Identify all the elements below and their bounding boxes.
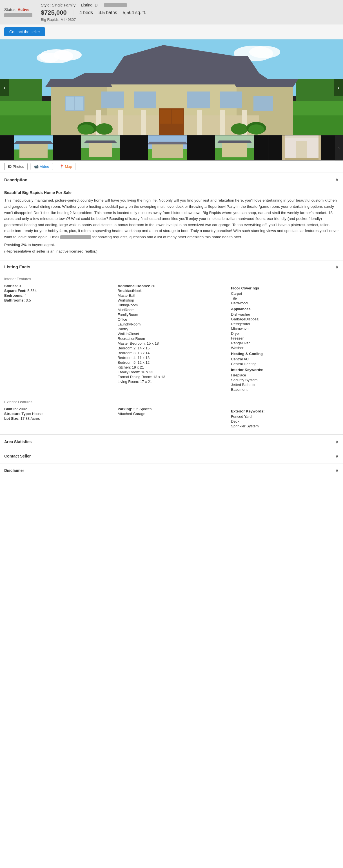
contact-seller-section[interactable]: Contact Seller ∨ bbox=[0, 449, 343, 463]
parking: Parking: 2.5 Spaces bbox=[118, 407, 225, 411]
svg-marker-16 bbox=[113, 56, 259, 73]
room-item: Bedroom 3: 13 x 14 bbox=[118, 351, 225, 355]
additional-rooms: Additional Rooms: 20 bbox=[118, 284, 225, 288]
description-header[interactable]: Description ∧ bbox=[0, 173, 343, 186]
room-item: Family Room: 18 x 22 bbox=[118, 370, 225, 374]
tab-video-label: Video bbox=[40, 164, 49, 168]
thumbnail-2[interactable] bbox=[67, 135, 134, 160]
svg-rect-32 bbox=[74, 97, 83, 111]
interior-col3: Floor Coverings CarpetTileHardwood Appli… bbox=[231, 284, 339, 392]
interior-col1: Stories: 3 Square Feet: 5,564 Bedrooms: … bbox=[4, 284, 112, 392]
exterior-col3: Exterior Keywords: Fenced YardDeckSprink… bbox=[231, 407, 339, 429]
status-value: Active bbox=[18, 7, 29, 12]
structure-type: Structure Type: House bbox=[4, 412, 112, 416]
svg-rect-37 bbox=[253, 96, 273, 111]
contact-seller-chevron: ∨ bbox=[335, 453, 339, 459]
contact-seller-button[interactable]: Contact the seller bbox=[4, 27, 45, 36]
floor-covering-item: Carpet bbox=[231, 291, 339, 296]
svg-rect-23 bbox=[141, 110, 146, 135]
email-blurred bbox=[60, 236, 91, 239]
heating-item: Central Heating bbox=[231, 362, 339, 366]
appliance-item: GarbageDisposal bbox=[231, 317, 339, 321]
square-feet: Square Feet: 5,564 bbox=[4, 288, 112, 293]
svg-rect-65 bbox=[296, 141, 307, 158]
floor-coverings-label: Floor Coverings bbox=[231, 286, 339, 290]
status-label: Status: bbox=[4, 7, 17, 12]
svg-rect-35 bbox=[187, 92, 210, 108]
listing-id-blurred bbox=[104, 3, 127, 7]
photos-icon: 🖼 bbox=[8, 164, 11, 168]
svg-marker-18 bbox=[231, 79, 299, 87]
map-icon: 📍 bbox=[59, 164, 64, 168]
gallery-next-button[interactable]: › bbox=[334, 79, 343, 96]
room-item: Bedroom 2: 14 x 15 bbox=[118, 346, 225, 350]
tab-video[interactable]: 📹 Video bbox=[30, 163, 53, 170]
disclaimer-section[interactable]: Disclaimer ∨ bbox=[0, 463, 343, 477]
svg-marker-47 bbox=[14, 141, 53, 144]
svg-rect-28 bbox=[160, 110, 171, 124]
heating-list: Central ACCentral Heating bbox=[231, 357, 339, 366]
room-item: Formal Dining Room: 13 x 13 bbox=[118, 375, 225, 379]
room-item: DiningRoom bbox=[118, 303, 225, 307]
room-item: FamilyRoom bbox=[118, 312, 225, 317]
svg-rect-25 bbox=[220, 110, 225, 135]
main-image-gallery: ‹ bbox=[0, 39, 343, 135]
gallery-prev-button[interactable]: ‹ bbox=[0, 79, 9, 96]
header-bar: Status: Active Style: Single Family List… bbox=[0, 0, 343, 25]
appliance-item: Freezer bbox=[231, 336, 339, 340]
contact-seller-title: Contact Seller bbox=[4, 454, 31, 458]
thumbnail-5[interactable] bbox=[268, 135, 335, 160]
interior-keyword-item: Jetted Bathtub bbox=[231, 383, 339, 387]
representative-text: (Representative of seller is an inactive… bbox=[4, 248, 339, 254]
svg-rect-22 bbox=[118, 110, 123, 135]
room-item: Bedroom 4: 11 x 13 bbox=[118, 355, 225, 360]
beds: 4 beds bbox=[80, 10, 93, 15]
tab-map[interactable]: 📍 Map bbox=[56, 163, 76, 170]
exterior-features-label: Exterior Features bbox=[4, 400, 339, 404]
disclaimer-chevron: ∨ bbox=[335, 467, 339, 473]
rooms-list: BreakfastNookMasterBathWorkshopDiningRoo… bbox=[118, 288, 225, 384]
svg-marker-55 bbox=[148, 142, 187, 145]
svg-rect-61 bbox=[282, 135, 285, 160]
video-icon: 📹 bbox=[34, 164, 39, 168]
thumbnail-row: › bbox=[0, 135, 343, 160]
appliance-item: Refrigerator bbox=[231, 322, 339, 326]
description-section: Description ∧ Beautiful Big Rapids Home … bbox=[0, 173, 343, 260]
appliances-label: Appliances bbox=[231, 307, 339, 311]
appliance-item: RangeOven bbox=[231, 341, 339, 345]
address: Big Rapids, MI 49307 bbox=[41, 18, 339, 22]
room-item: Workshop bbox=[118, 298, 225, 302]
room-item: Living Room: 17 x 21 bbox=[118, 379, 225, 384]
description-text: This meticulously maintained, picture-pe… bbox=[4, 197, 339, 240]
floor-covering-item: Tile bbox=[231, 296, 339, 301]
interior-keyword-item: Fireplace bbox=[231, 373, 339, 377]
room-item: MasterBath bbox=[118, 293, 225, 298]
seller-blurred bbox=[4, 13, 32, 17]
tab-photos-label: Photos bbox=[13, 164, 24, 168]
listing-facts-header[interactable]: Listing Facts ∧ bbox=[0, 260, 343, 273]
exterior-keyword-item: Sprinkler System bbox=[231, 424, 339, 428]
contact-bar: Contact the seller bbox=[0, 25, 343, 39]
area-statistics-section[interactable]: Area Statistics ∨ bbox=[0, 434, 343, 449]
thumbnail-3[interactable] bbox=[134, 135, 201, 160]
room-item: Master Bedroom: 15 x 18 bbox=[118, 341, 225, 345]
tab-map-label: Map bbox=[65, 164, 72, 168]
thumbnail-1[interactable] bbox=[0, 135, 67, 160]
interior-keyword-item: Basement bbox=[231, 388, 339, 392]
listing-id-label: Listing ID: bbox=[81, 3, 99, 7]
providing-text: Providing 3% to buyers agent. bbox=[4, 242, 339, 248]
thumbnail-4[interactable] bbox=[201, 135, 268, 160]
room-item: Pantry bbox=[118, 327, 225, 331]
svg-point-43 bbox=[248, 124, 264, 134]
thumbnail-next-button[interactable]: › bbox=[335, 135, 343, 160]
parking-type: Attached Garage bbox=[118, 412, 225, 416]
interior-keywords-list: FireplaceSecurity SystemJetted BathtubBa… bbox=[231, 373, 339, 392]
description-title: Description bbox=[4, 177, 28, 182]
exterior-col2: Parking: 2.5 Spaces Attached Garage bbox=[118, 407, 225, 429]
house-image bbox=[0, 39, 343, 135]
tab-photos[interactable]: 🖼 Photos bbox=[4, 163, 28, 170]
sqft: 5,564 sq. ft. bbox=[123, 10, 147, 15]
interior-keywords-label: Interior Keywords: bbox=[231, 368, 339, 372]
room-item: Bedroom 5: 12 x 12 bbox=[118, 361, 225, 365]
appliance-item: Washer bbox=[231, 346, 339, 350]
